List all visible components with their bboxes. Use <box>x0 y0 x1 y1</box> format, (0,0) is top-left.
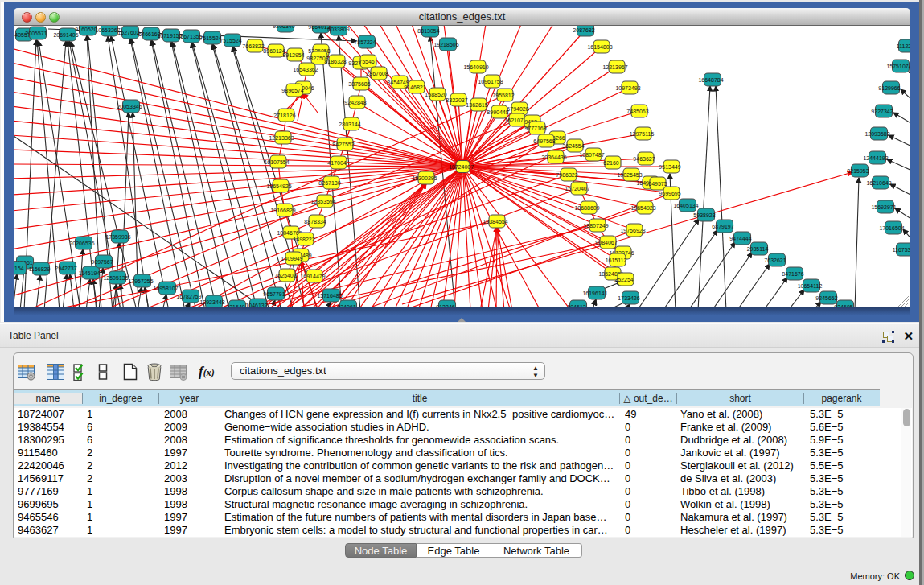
svg-text:1527602: 1527602 <box>117 30 139 35</box>
svg-text:16107554: 16107554 <box>264 159 289 165</box>
svg-text:8878334: 8878334 <box>304 219 326 225</box>
svg-text:7485063: 7485063 <box>626 109 648 114</box>
svg-text:7515524: 7515524 <box>199 35 221 41</box>
svg-text:15716485: 15716485 <box>317 293 342 299</box>
svg-text:9657791: 9657791 <box>263 291 285 297</box>
svg-text:19384554: 19384554 <box>483 219 507 225</box>
svg-text:1362615: 1362615 <box>466 102 487 108</box>
svg-text:1588520: 1588520 <box>425 92 446 97</box>
svg-text:20691406: 20691406 <box>53 32 78 38</box>
svg-text:10653267: 10653267 <box>95 27 120 33</box>
svg-text:8215953: 8215953 <box>847 168 869 174</box>
svg-text:7663822: 7663822 <box>242 43 264 49</box>
svg-text:5938923: 5938923 <box>693 212 715 218</box>
svg-text:16210643: 16210643 <box>866 180 891 186</box>
svg-text:6497568: 6497568 <box>533 138 555 144</box>
svg-text:3875685: 3875685 <box>348 81 370 87</box>
svg-text:15751074: 15751074 <box>886 64 910 69</box>
svg-text:12923448: 12923448 <box>199 299 224 305</box>
svg-text:8471676: 8471676 <box>782 271 803 277</box>
svg-text:2087682: 2087682 <box>573 27 594 33</box>
svg-text:7515524: 7515524 <box>220 38 241 43</box>
svg-text:9513449: 9513449 <box>659 164 680 170</box>
svg-text:15720407: 15720407 <box>565 186 589 192</box>
svg-text:8186328: 8186328 <box>324 59 346 64</box>
svg-text:10025453: 10025453 <box>617 172 642 178</box>
svg-text:8267130: 8267130 <box>318 180 340 186</box>
svg-text:9463627: 9463627 <box>633 156 655 162</box>
svg-text:8912954: 8912954 <box>282 52 304 58</box>
svg-text:9129966: 9129966 <box>878 85 900 91</box>
svg-text:15692971: 15692971 <box>871 204 896 210</box>
svg-text:9896574: 9896574 <box>281 88 303 93</box>
svg-text:12213967: 12213967 <box>602 64 627 70</box>
svg-text:18807249: 18807249 <box>583 223 608 229</box>
svg-text:1156829: 1156829 <box>29 266 51 272</box>
svg-text:9227342: 9227342 <box>871 109 893 114</box>
svg-text:9245652: 9245652 <box>815 295 837 301</box>
svg-text:9242848: 9242848 <box>344 100 366 105</box>
svg-text:12213363: 12213363 <box>269 135 294 141</box>
svg-text:7986322: 7986322 <box>556 172 577 178</box>
svg-text:9206340: 9206340 <box>273 26 294 29</box>
svg-text:7857224: 7857224 <box>354 39 376 45</box>
svg-text:8427552: 8427552 <box>332 142 354 147</box>
svg-text:16671355: 16671355 <box>177 34 202 39</box>
svg-text:20206536: 20206536 <box>69 241 94 246</box>
svg-text:1167533: 1167533 <box>893 247 910 253</box>
svg-text:15640910: 15640910 <box>463 64 488 70</box>
svg-text:2942737: 2942737 <box>55 266 76 271</box>
svg-text:7632621: 7632621 <box>764 257 786 263</box>
svg-text:16914479: 16914479 <box>300 274 325 279</box>
svg-text:1733426: 1733426 <box>618 295 639 301</box>
svg-text:9160520: 9160520 <box>75 27 97 32</box>
svg-text:20364436: 20364436 <box>541 154 566 160</box>
svg-text:8322037: 8322037 <box>446 97 467 103</box>
svg-text:9097567: 9097567 <box>91 259 113 265</box>
svg-text:1145194: 1145194 <box>79 270 101 276</box>
svg-text:10654112: 10654112 <box>798 283 823 289</box>
svg-text:252254: 252254 <box>614 277 633 282</box>
svg-text:417004: 417004 <box>327 160 346 166</box>
svg-text:20053346: 20053346 <box>117 104 142 109</box>
svg-text:2867608: 2867608 <box>366 71 388 76</box>
svg-text:12505135: 12505135 <box>103 275 128 281</box>
svg-text:18724007: 18724007 <box>449 164 474 170</box>
svg-text:6879197: 6879197 <box>712 224 733 229</box>
svg-text:8990448: 8990448 <box>487 109 508 115</box>
svg-text:16782759: 16782759 <box>176 294 201 299</box>
svg-text:7955812: 7955812 <box>492 93 514 98</box>
svg-text:12975115: 12975115 <box>630 131 655 137</box>
svg-text:1649575: 1649575 <box>645 181 667 187</box>
svg-text:10973493: 10973493 <box>615 85 640 91</box>
svg-text:9146821: 9146821 <box>404 84 425 90</box>
svg-text:19166829: 19166829 <box>270 208 295 213</box>
svg-text:2803144: 2803144 <box>339 122 360 127</box>
svg-text:10958107: 10958107 <box>153 286 178 291</box>
svg-text:10807487: 10807487 <box>579 152 604 158</box>
svg-text:16405134: 16405134 <box>673 203 698 208</box>
svg-text:1498222: 1498222 <box>293 237 314 242</box>
svg-text:19654923: 19654923 <box>630 205 655 211</box>
svg-text:10688609: 10688609 <box>574 205 599 211</box>
svg-text:39154: 39154 <box>14 266 24 271</box>
svg-text:17359936: 17359936 <box>105 234 130 240</box>
svg-text:19218506: 19218506 <box>433 42 458 47</box>
svg-text:12444193: 12444193 <box>863 155 888 161</box>
svg-text:7625402: 7625402 <box>274 273 296 278</box>
svg-text:1409949: 1409949 <box>281 256 302 262</box>
svg-text:19756928: 19756928 <box>620 228 645 233</box>
svg-text:1621072: 1621072 <box>504 117 526 123</box>
svg-text:9777169: 9777169 <box>524 126 546 131</box>
svg-text:16154808: 16154808 <box>587 44 612 50</box>
svg-text:19654925: 19654925 <box>266 183 291 189</box>
svg-text:16196141: 16196141 <box>582 290 607 296</box>
svg-text:12353594: 12353594 <box>310 199 335 204</box>
svg-text:8813054: 8813054 <box>417 28 439 34</box>
svg-text:12093582: 12093582 <box>864 131 889 137</box>
svg-text:9474444: 9474444 <box>729 236 751 241</box>
svg-text:3624554: 3624554 <box>562 143 584 149</box>
svg-text:9084067: 9084067 <box>595 240 617 245</box>
svg-text:9699695: 9699695 <box>659 191 680 196</box>
svg-text:6794028: 6794028 <box>507 106 528 112</box>
